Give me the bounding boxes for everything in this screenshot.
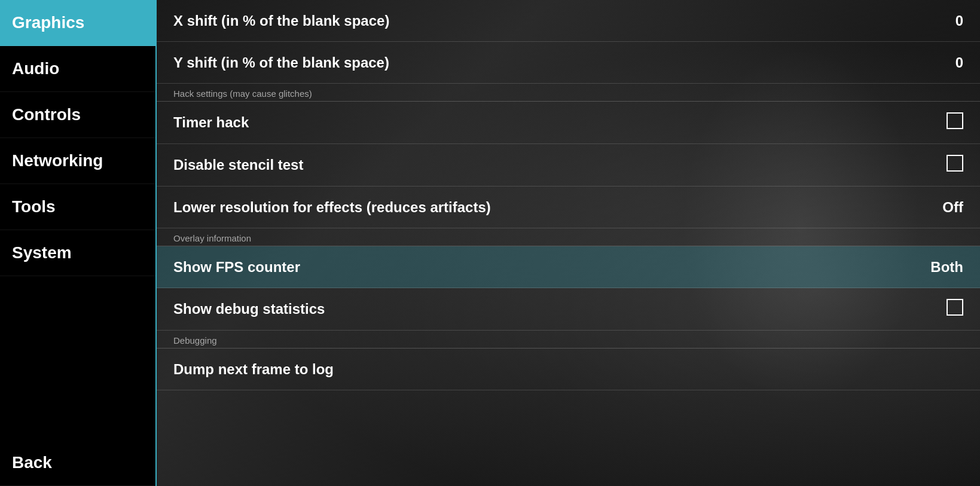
settings-value-show-fps: Both (930, 259, 963, 276)
section-header-hack-settings-header: Hack settings (may cause glitches) (157, 84, 980, 102)
settings-value-y-shift: 0 (955, 54, 963, 71)
settings-label-lower-resolution: Lower resolution for effects (reduces ar… (173, 199, 491, 216)
sidebar-item-networking[interactable]: Networking (0, 138, 155, 184)
back-button[interactable]: Back (0, 440, 155, 486)
settings-value-disable-stencil (947, 155, 963, 175)
sidebar-item-system[interactable]: System (0, 230, 155, 276)
settings-row-dump-frame[interactable]: Dump next frame to log (157, 349, 980, 390)
settings-row-timer-hack[interactable]: Timer hack (157, 102, 980, 144)
section-header-debugging-header: Debugging (157, 331, 980, 349)
checkbox-icon-show-debug[interactable] (947, 299, 963, 316)
settings-label-y-shift: Y shift (in % of the blank space) (173, 54, 389, 71)
sidebar: Graphics Audio Controls Networking Tools… (0, 0, 157, 486)
settings-list: X shift (in % of the blank space)0Y shif… (157, 0, 980, 486)
settings-label-show-fps: Show FPS counter (173, 259, 300, 276)
settings-row-show-fps[interactable]: Show FPS counterBoth (157, 246, 980, 288)
section-header-overlay-info-header: Overlay information (157, 228, 980, 246)
sidebar-item-tools[interactable]: Tools (0, 184, 155, 230)
settings-value-show-debug (947, 299, 963, 319)
checkbox-icon-disable-stencil[interactable] (947, 155, 963, 172)
settings-label-timer-hack: Timer hack (173, 114, 249, 131)
settings-value-lower-resolution: Off (942, 199, 963, 216)
sidebar-item-controls[interactable]: Controls (0, 92, 155, 138)
settings-row-y-shift[interactable]: Y shift (in % of the blank space)0 (157, 42, 980, 84)
sidebar-item-graphics[interactable]: Graphics (0, 0, 155, 46)
settings-value-x-shift: 0 (955, 13, 963, 29)
settings-value-timer-hack (947, 112, 963, 133)
settings-row-lower-resolution[interactable]: Lower resolution for effects (reduces ar… (157, 187, 980, 228)
settings-label-x-shift: X shift (in % of the blank space) (173, 13, 389, 29)
main-content: X shift (in % of the blank space)0Y shif… (157, 0, 980, 486)
settings-row-disable-stencil[interactable]: Disable stencil test (157, 144, 980, 187)
settings-row-show-debug[interactable]: Show debug statistics (157, 288, 980, 331)
settings-label-show-debug: Show debug statistics (173, 301, 325, 317)
checkbox-icon-timer-hack[interactable] (947, 112, 963, 129)
sidebar-item-audio[interactable]: Audio (0, 46, 155, 92)
settings-label-disable-stencil: Disable stencil test (173, 157, 303, 173)
settings-row-x-shift[interactable]: X shift (in % of the blank space)0 (157, 0, 980, 42)
settings-label-dump-frame: Dump next frame to log (173, 361, 334, 378)
